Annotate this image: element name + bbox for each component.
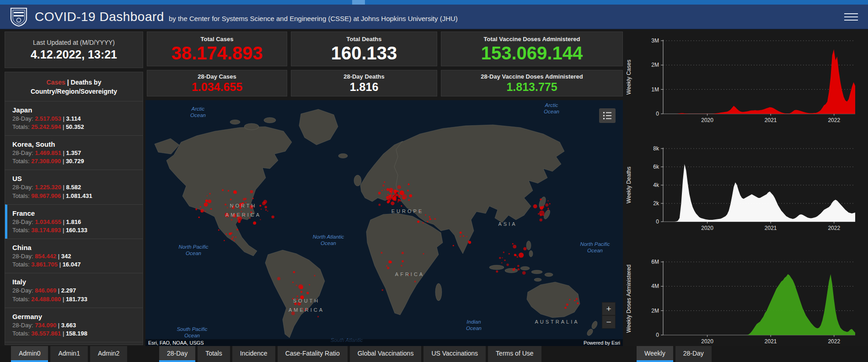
tab-weekly[interactable]: Weekly bbox=[637, 346, 673, 362]
legend-button[interactable] bbox=[599, 108, 616, 123]
case-dot-europe bbox=[397, 201, 398, 202]
hamburger-menu-button[interactable] bbox=[844, 11, 858, 22]
28day-deaths-value: 1.816 bbox=[350, 81, 379, 93]
case-dot-south-america bbox=[317, 316, 319, 318]
tab-us-vaccinations[interactable]: US Vaccinations bbox=[423, 346, 486, 362]
country-28day-row: 28-Day: 846.069 | 2.297 bbox=[12, 287, 138, 295]
world-map[interactable]: ArcticOceanArcticOceanNORTHAMERICAEUROPE… bbox=[145, 100, 623, 346]
svg-text:2k: 2k bbox=[653, 200, 659, 207]
case-dot-middle-east bbox=[427, 221, 428, 222]
28day-vaccine-label: 28-Day Vaccine Doses Administered bbox=[481, 73, 583, 80]
country-list-header-cases: Cases bbox=[47, 79, 65, 86]
tab-totals[interactable]: Totals bbox=[198, 346, 230, 362]
chart-ylabel-weekly-deaths: Weekly Deaths bbox=[626, 146, 632, 224]
tab-admin2[interactable]: Admin2 bbox=[90, 346, 127, 362]
svg-text:4k: 4k bbox=[653, 182, 659, 188]
tab-incidence[interactable]: Incidence bbox=[232, 346, 275, 362]
total-cases-label: Total Cases bbox=[200, 36, 233, 43]
case-dot-europe bbox=[381, 190, 383, 192]
case-dot-se-asia bbox=[519, 253, 524, 258]
case-dot-africa bbox=[402, 252, 404, 254]
case-dot-australia bbox=[577, 303, 579, 304]
case-dot-east-asia-japan bbox=[549, 203, 551, 205]
case-dot-us-west bbox=[200, 209, 204, 213]
case-dot-south-america bbox=[292, 282, 294, 283]
country-list-item-germany[interactable]: Germany28-Day: 734.090 | 3.663Totals: 36… bbox=[5, 308, 143, 342]
case-dot-south-america bbox=[306, 309, 307, 310]
total-deaths-value: 160.133 bbox=[331, 43, 397, 63]
country-totals-row: Totals: 98.967.906 | 1.081.431 bbox=[12, 192, 138, 200]
28day-cases-value: 1.034.655 bbox=[192, 81, 242, 93]
country-list-item-taiwan-[interactable]: Taiwan*28-Day: 493.024 | 1.298Totals: 8.… bbox=[5, 342, 143, 345]
case-dot-east-asia-japan bbox=[547, 209, 549, 211]
case-dot-east-asia-japan bbox=[540, 198, 542, 201]
country-28day-row: 28-Day: 1.034.655 | 1.816 bbox=[12, 218, 138, 226]
stats-row-totals: Total Cases 38.174.893 Total Deaths 160.… bbox=[147, 32, 623, 66]
case-dot-middle-east bbox=[425, 214, 426, 216]
country-list-item-korea-south[interactable]: Korea, South28-Day: 1.469.851 | 1.357Tot… bbox=[5, 135, 143, 170]
stats-row-28day: 28-Day Cases 1.034.655 28-Day Deaths 1.8… bbox=[147, 70, 623, 96]
country-totals-row: Totals: 3.861.705 | 16.047 bbox=[12, 261, 138, 269]
case-dot-europe bbox=[382, 185, 385, 187]
tab-admin1[interactable]: Admin1 bbox=[50, 346, 87, 362]
case-dot-us-east bbox=[260, 219, 261, 220]
svg-text:2022: 2022 bbox=[828, 338, 840, 345]
case-dot-us-east bbox=[225, 203, 226, 205]
28day-deaths-panel: 28-Day Deaths 1.816 bbox=[291, 70, 437, 96]
zoom-in-button[interactable]: + bbox=[602, 302, 616, 315]
case-dot-us-east bbox=[239, 203, 243, 207]
tab-admin0[interactable]: Admin0 bbox=[11, 346, 48, 362]
case-dot-mexico-central-america bbox=[225, 234, 227, 235]
case-dot-africa bbox=[388, 261, 391, 264]
last-updated-value: 4.12.2022, 13:21 bbox=[31, 48, 117, 61]
case-dot-east-asia-japan bbox=[545, 203, 548, 207]
case-dot-east-asia-japan bbox=[547, 208, 549, 209]
case-dot-europe bbox=[409, 194, 412, 197]
case-dot-us-west bbox=[200, 206, 201, 208]
total-vaccine-value: 153.069.144 bbox=[481, 43, 583, 63]
country-list-item-italy[interactable]: Italy28-Day: 846.069 | 2.297Totals: 24.4… bbox=[5, 273, 143, 307]
case-dot-europe bbox=[387, 201, 390, 203]
case-dot-africa bbox=[401, 265, 402, 266]
case-dot-australia bbox=[576, 298, 578, 300]
case-dot-se-asia bbox=[501, 262, 502, 263]
country-list-item-us[interactable]: US28-Day: 1.225.320 | 8.582Totals: 98.96… bbox=[5, 170, 143, 204]
case-dot-us-east bbox=[250, 190, 253, 193]
case-dot-australia bbox=[569, 299, 571, 300]
tab-case-fatality-ratio[interactable]: Case-Fatality Ratio bbox=[278, 346, 348, 362]
svg-text:2021: 2021 bbox=[765, 225, 777, 231]
case-dot-europe bbox=[378, 204, 380, 206]
case-dot-africa bbox=[386, 266, 387, 267]
country-list-item-japan[interactable]: Japan28-Day: 2.517.053 | 3.114Totals: 25… bbox=[5, 101, 143, 135]
case-dot-se-asia bbox=[499, 257, 501, 259]
case-dot-us-east bbox=[250, 212, 252, 213]
svg-text:2022: 2022 bbox=[828, 117, 840, 123]
svg-text:2020: 2020 bbox=[701, 338, 713, 345]
case-dot-se-asia bbox=[523, 247, 526, 250]
case-dot-se-asia bbox=[509, 253, 510, 255]
tab-28-day[interactable]: 28-Day bbox=[675, 346, 712, 362]
case-dot-us-east bbox=[253, 221, 256, 224]
svg-text:6k: 6k bbox=[653, 164, 659, 170]
case-dot-us-east bbox=[267, 210, 268, 212]
case-dot-us-east bbox=[222, 189, 224, 191]
bottom-tab-bar: Admin0Admin1Admin2 28-DayTotalsIncidence… bbox=[0, 346, 868, 362]
tab-global-vaccinations[interactable]: Global Vaccinations bbox=[350, 346, 422, 362]
case-dot-mexico-central-america bbox=[231, 238, 233, 240]
tab-28-day[interactable]: 28-Day bbox=[159, 346, 195, 362]
country-list-item-france[interactable]: France28-Day: 1.034.655 | 1.816Totals: 3… bbox=[5, 204, 143, 239]
country-name: Korea, South bbox=[12, 139, 138, 149]
svg-text:2021: 2021 bbox=[765, 338, 777, 345]
case-dot-south-america bbox=[302, 308, 304, 309]
case-dot-east-asia-japan bbox=[533, 204, 537, 208]
case-dot-south-america bbox=[294, 303, 297, 305]
case-dot-mexico-central-america bbox=[233, 240, 235, 241]
case-dot-europe bbox=[393, 197, 395, 199]
country-list-item-china[interactable]: China28-Day: 854.442 | 342Totals: 3.861.… bbox=[5, 239, 143, 273]
case-dot-mexico-central-america bbox=[235, 237, 236, 238]
case-dot-europe bbox=[402, 194, 407, 199]
zoom-out-button[interactable]: − bbox=[602, 315, 616, 329]
country-totals-row: Totals: 24.488.080 | 181.733 bbox=[12, 295, 138, 303]
tab-terms-of-use[interactable]: Terms of Use bbox=[488, 346, 541, 362]
case-dot-south-america bbox=[306, 292, 309, 294]
